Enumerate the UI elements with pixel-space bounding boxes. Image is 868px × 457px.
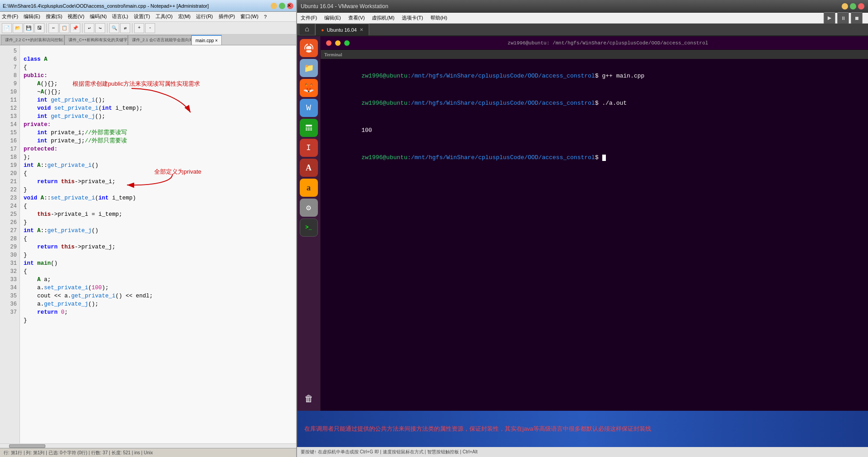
amazon-icon[interactable]: a bbox=[300, 179, 318, 197]
replace-btn[interactable]: ⇄ bbox=[120, 23, 130, 33]
firefox-icon[interactable]: 🦊 bbox=[300, 79, 318, 97]
notepad-toolbar: 📄 📂 💾 🖫 ✂ 📋 📌 ↩ ↪ 🔍 ⇄ + - bbox=[0, 22, 296, 34]
files-icon[interactable]: 📁 bbox=[300, 59, 318, 77]
menu-run[interactable]: 运行(R) bbox=[196, 13, 213, 20]
copy-btn[interactable]: 📋 bbox=[59, 23, 69, 33]
svg-rect-7 bbox=[306, 127, 307, 129]
svg-rect-6 bbox=[306, 125, 312, 126]
term-close-btn[interactable] bbox=[326, 40, 332, 46]
vm-menu-tabs[interactable]: 选项卡(T) bbox=[402, 15, 423, 21]
vmware-titlebar: Ubuntu 16.04 - VMware Workstation bbox=[297, 0, 868, 13]
menu-plugins[interactable]: 插件(P) bbox=[219, 13, 235, 20]
term-cmd-1: $ g++ main.cpp bbox=[595, 73, 644, 79]
terminal-line-2: zw1996@ubuntu:/mnt/hgfs/WinShare/cpluspl… bbox=[326, 90, 863, 117]
menu-edit[interactable]: 编辑(E) bbox=[24, 13, 40, 20]
menu-help[interactable]: ? bbox=[264, 14, 267, 19]
zoom-in-btn[interactable]: + bbox=[134, 23, 144, 33]
window-controls[interactable]: ✕ bbox=[271, 3, 293, 9]
vm-close-btn[interactable] bbox=[858, 3, 864, 10]
svg-rect-10 bbox=[306, 129, 307, 131]
menu-view[interactable]: 视图(V) bbox=[68, 13, 84, 20]
trash-icon[interactable]: 🗑 bbox=[300, 390, 318, 408]
tab-1[interactable]: 课件_C++析构和有实化的关键字.txt × bbox=[64, 35, 128, 45]
paste-btn[interactable]: 📌 bbox=[70, 23, 80, 33]
vmware-title: Ubuntu 16.04 - VMware Workstation bbox=[301, 3, 842, 10]
zoom-out-btn[interactable]: - bbox=[145, 23, 155, 33]
terminal-header: zw1996@ubuntu: /mnt/hgfs/WinShare/cplusp… bbox=[321, 36, 868, 50]
menu-window[interactable]: 窗口(W) bbox=[240, 13, 258, 20]
new-file-btn[interactable]: 📄 bbox=[2, 23, 12, 33]
terminal-section-bar: Terminal bbox=[321, 50, 868, 59]
settings-icon[interactable]: ⚙ bbox=[300, 199, 318, 217]
notepad-scrollbar[interactable] bbox=[0, 443, 296, 448]
maximize-btn[interactable] bbox=[279, 3, 285, 9]
term-prompt-3: zw1996@ubuntu bbox=[361, 154, 407, 161]
vmware-statusbar: 要按键↑ 在虚拟机中单击或按 Ctrl+G 即 | 速度按钮鼠标在方式 | 智慧… bbox=[297, 447, 868, 457]
menu-search[interactable]: 搜索(S) bbox=[46, 13, 63, 20]
menu-encode[interactable]: 编码(N) bbox=[90, 13, 107, 20]
vm-menu-help[interactable]: 帮助(H) bbox=[430, 15, 447, 21]
term-path-2: :/mnt/hgfs/WinShare/cplusplusCode/OOD/ac… bbox=[407, 100, 595, 107]
term-prompt-2: zw1996@ubuntu bbox=[361, 100, 407, 107]
vm-power-btn[interactable]: ▶ bbox=[824, 12, 835, 24]
vm-menu-vm[interactable]: 虚拟机(M) bbox=[372, 15, 395, 21]
vm-pause-btn[interactable]: ⏸ bbox=[837, 12, 849, 24]
cut-btn[interactable]: ✂ bbox=[49, 23, 59, 33]
terminal-line-1: zw1996@ubuntu:/mnt/hgfs/WinShare/cpluspl… bbox=[326, 63, 863, 90]
menu-lang[interactable]: 语言(L) bbox=[112, 13, 128, 20]
svg-rect-12 bbox=[310, 129, 312, 131]
vm-menu-edit[interactable]: 编辑(E) bbox=[324, 15, 341, 21]
code-area[interactable]: 56789 1011121314 1516171819 2021222324 2… bbox=[0, 45, 296, 443]
calc-icon[interactable] bbox=[300, 119, 318, 137]
vmware-win-controls[interactable] bbox=[842, 3, 864, 10]
writer-icon[interactable]: W bbox=[300, 99, 318, 117]
redo-btn[interactable]: ↪ bbox=[95, 23, 105, 33]
ubuntu-tab-close[interactable]: ✕ bbox=[360, 27, 363, 32]
tab-main-cpp[interactable]: main.cpp × bbox=[191, 35, 222, 45]
vm-tab-ubuntu[interactable]: ● Ubuntu 16.04 ✕ bbox=[315, 24, 369, 35]
vm-maximize-btn[interactable] bbox=[850, 3, 856, 10]
notepad-menubar: 文件(F) 编辑(E) 搜索(S) 视图(V) 编码(N) 语言(L) 设置(T… bbox=[0, 12, 296, 22]
save-all-btn[interactable]: 🖫 bbox=[34, 23, 44, 33]
texteditor-icon[interactable]: A bbox=[300, 159, 318, 177]
tab-2[interactable]: 课件_2.1 会C语言就能学会面向对象.txt × bbox=[128, 35, 191, 45]
svg-rect-11 bbox=[308, 129, 310, 131]
vm-menu-file[interactable]: 文件(F) bbox=[301, 15, 317, 21]
impress-icon[interactable]: I bbox=[300, 139, 318, 157]
toolbar-divider-2 bbox=[82, 23, 83, 33]
save-file-btn[interactable]: 💾 bbox=[24, 23, 34, 33]
code-content[interactable]: class A { public: A(){}; ~A(){}; int get… bbox=[20, 45, 296, 443]
close-btn[interactable]: ✕ bbox=[287, 3, 293, 9]
ubuntu-logo-icon[interactable] bbox=[300, 39, 318, 57]
tab-0[interactable]: 课件_2.2 C++的封装和访问控制.txt × bbox=[1, 35, 64, 45]
term-path-1: :/mnt/hgfs/WinShare/cplusplusCode/OOD/ac… bbox=[407, 73, 595, 79]
notepad-panel: E:\WinShare16.4\cplusplusCode\OOD\access… bbox=[0, 0, 297, 457]
menu-file[interactable]: 文件(F) bbox=[2, 13, 18, 20]
menu-settings[interactable]: 设置(T) bbox=[134, 13, 150, 20]
vm-home-tab[interactable]: ⌂ bbox=[299, 24, 315, 35]
vm-menu-view[interactable]: 查看(V) bbox=[348, 15, 365, 21]
toolbar-divider-4 bbox=[132, 23, 132, 33]
minimize-btn[interactable] bbox=[271, 3, 277, 9]
vmware-status-text: 要按键↑ 在虚拟机中单击或按 Ctrl+G 即 | 速度按钮鼠标在方式 | 智慧… bbox=[301, 449, 478, 455]
open-file-btn[interactable]: 📂 bbox=[13, 23, 23, 33]
term-min-btn[interactable] bbox=[335, 40, 341, 46]
undo-btn[interactable]: ↩ bbox=[84, 23, 94, 33]
notepad-scrollthumb[interactable] bbox=[9, 444, 45, 448]
notepad-title: E:\WinShare16.4\cplusplusCode\OOD\access… bbox=[3, 3, 267, 9]
svg-rect-8 bbox=[308, 127, 310, 129]
terminal-output[interactable]: zw1996@ubuntu:/mnt/hgfs/WinShare/cpluspl… bbox=[321, 59, 868, 411]
search-btn[interactable]: 🔍 bbox=[109, 23, 119, 33]
terminal-icon[interactable]: >_ bbox=[300, 219, 318, 237]
vm-stop-btn[interactable]: ⏹ bbox=[851, 12, 863, 24]
toolbar-divider-1 bbox=[46, 23, 47, 33]
term-output-100: 100 bbox=[361, 127, 372, 134]
toolbar-divider-3 bbox=[107, 23, 107, 33]
ubuntu-tab-label: Ubuntu 16.04 bbox=[327, 27, 357, 33]
menu-tools[interactable]: 工具(O) bbox=[156, 13, 173, 20]
terminal-line-3: 100 bbox=[326, 117, 863, 144]
term-max-btn[interactable] bbox=[344, 40, 350, 46]
term-cmd-3: $ bbox=[595, 154, 602, 161]
vm-minimize-btn[interactable] bbox=[842, 3, 848, 10]
menu-macro[interactable]: 宏(M) bbox=[178, 13, 191, 20]
